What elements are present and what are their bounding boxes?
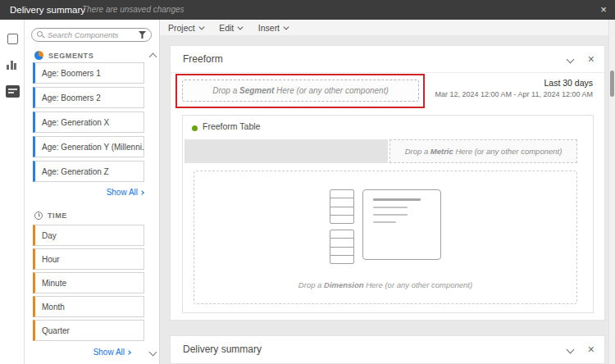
drop-text-keyword: Dimension: [324, 280, 364, 289]
segment-drop-zone[interactable]: Drop a Segment Here (or any other compon…: [182, 80, 419, 102]
segment-item[interactable]: Age: Generation X: [33, 111, 144, 133]
bar-chart-icon: [7, 60, 18, 70]
segment-item-label: Age: Generation Z: [42, 167, 109, 176]
segment-item-label: Age: Generation Y (Millenni...: [42, 143, 144, 152]
left-rail: [0, 20, 25, 364]
segment-item[interactable]: Age: Boomers 1: [33, 62, 144, 84]
scrollbar-thumb[interactable]: [610, 71, 614, 97]
collapse-chevron-icon[interactable]: [567, 56, 575, 64]
scroll-up-icon[interactable]: [149, 53, 157, 61]
time-item[interactable]: Month: [33, 296, 144, 317]
drop-text-post: Here (or any other component): [274, 86, 389, 95]
chevron-down-icon: [238, 25, 243, 30]
delivery-summary-panel: Delivery summary ×: [170, 335, 605, 364]
close-icon[interactable]: ×: [588, 46, 594, 73]
segment-item-label: Age: Boomers 2: [42, 93, 101, 102]
date-range-selector[interactable]: Last 30 days Mar 12, 2024 12:00 AM - Apr…: [435, 78, 593, 98]
table-rows-icon: [330, 189, 354, 264]
drop-text-pre: Drop a: [298, 280, 324, 289]
segment-drop-text: Drop a Segment Here (or any other compon…: [212, 86, 389, 95]
segments-icon: [34, 51, 43, 60]
show-all-label: Show All: [107, 188, 138, 197]
components-rail-button[interactable]: [0, 80, 25, 102]
freeform-panel: Freeform × Drop a Segment Here (or any o…: [170, 45, 605, 321]
collapse-chevron-icon[interactable]: [567, 346, 575, 354]
close-icon[interactable]: ×: [588, 336, 594, 363]
segments-section-header: SEGMENTS: [34, 51, 93, 60]
freeform-panel-header: Freeform ×: [171, 46, 604, 73]
project-title: Delivery summary: [10, 0, 85, 20]
drop-text-post: Here (or any other component): [453, 147, 563, 156]
components-panel: SEGMENTS Age: Boomers 1 Age: Boomers 2 A…: [25, 20, 160, 364]
segment-item[interactable]: Age: Generation Y (Millenni...: [33, 136, 144, 157]
panels-icon: [7, 34, 18, 44]
dimension-drop-text: Drop a Dimension Here (or any other comp…: [298, 280, 472, 289]
top-bar: Delivery summary There are unsaved chang…: [0, 0, 615, 20]
time-item-label: Minute: [42, 279, 66, 288]
document-lines-icon: [362, 189, 441, 260]
panels-rail-button[interactable]: [0, 28, 25, 49]
menu-insert-label: Insert: [258, 23, 280, 33]
close-icon[interactable]: ×: [597, 0, 610, 20]
segments-section-label: SEGMENTS: [48, 52, 93, 60]
freeform-table-title: Freeform Table: [203, 121, 260, 131]
drop-text-post: Here (or any other component): [364, 280, 473, 289]
unsaved-changes-notice: There are unsaved changes: [82, 0, 184, 20]
time-item-label: Day: [42, 231, 57, 240]
time-section-label: TIME: [48, 212, 67, 220]
drop-text-pre: Drop a: [212, 86, 239, 95]
empty-table-illustration: [330, 189, 441, 264]
freeform-table-visualization: Freeform Table Drop a Metric Here (or an…: [182, 115, 594, 313]
time-item-label: Month: [42, 303, 65, 312]
clock-icon: [34, 212, 43, 220]
time-item-label: Quarter: [42, 326, 70, 335]
segment-item[interactable]: Age: Generation Z: [33, 161, 144, 182]
dimension-drop-zone[interactable]: Drop a Dimension Here (or any other comp…: [194, 171, 577, 304]
scroll-down-icon[interactable]: [149, 348, 157, 357]
drop-text-keyword: Metric: [430, 147, 453, 156]
chevron-right-icon: [139, 190, 144, 195]
chevron-down-icon: [198, 25, 203, 30]
time-item[interactable]: Hour: [33, 248, 144, 270]
project-canvas: Freeform × Drop a Segment Here (or any o…: [160, 35, 608, 364]
delivery-panel-header: Delivery summary ×: [171, 336, 604, 363]
time-section-header: TIME: [34, 212, 67, 220]
visualizations-rail-button[interactable]: [0, 54, 25, 75]
search-input[interactable]: [48, 30, 135, 39]
components-icon: [6, 85, 20, 98]
vertical-scrollbar[interactable]: [608, 20, 615, 364]
chevron-right-icon: [126, 350, 131, 355]
date-range-value: Mar 12, 2024 12:00 AM - Apr 11, 2024 12:…: [435, 90, 593, 98]
segment-item-label: Age: Generation X: [42, 118, 109, 127]
menu-edit-label: Edit: [219, 23, 234, 33]
date-range-label: Last 30 days: [435, 78, 593, 88]
menu-bar: Project Edit Insert: [160, 20, 608, 35]
table-corner-cell: [184, 139, 388, 163]
chevron-down-icon: [284, 25, 289, 30]
workspace-screen: Delivery summary There are unsaved chang…: [0, 0, 615, 364]
segments-show-all-link[interactable]: Show All: [107, 188, 144, 197]
menu-edit[interactable]: Edit: [219, 23, 242, 33]
time-item-label: Hour: [42, 255, 60, 264]
menu-insert[interactable]: Insert: [258, 23, 288, 33]
metric-drop-zone[interactable]: Drop a Metric Here (or any other compone…: [390, 139, 577, 163]
time-item[interactable]: Minute: [33, 272, 144, 293]
time-show-all-link[interactable]: Show All: [93, 348, 130, 357]
filter-icon[interactable]: [139, 31, 146, 39]
show-all-label: Show All: [93, 348, 125, 357]
search-icon: [37, 31, 44, 39]
time-item[interactable]: Quarter: [33, 320, 144, 341]
menu-project-label: Project: [168, 23, 195, 33]
freeform-panel-title: Freeform: [183, 46, 223, 73]
drop-text-pre: Drop a: [405, 147, 430, 156]
menu-project[interactable]: Project: [168, 23, 203, 33]
metric-drop-text: Drop a Metric Here (or any other compone…: [405, 147, 563, 156]
drop-text-keyword: Segment: [239, 86, 274, 95]
visualization-status-dot: [192, 125, 198, 131]
time-item[interactable]: Day: [33, 225, 144, 246]
segment-item-label: Age: Boomers 1: [42, 69, 101, 78]
delivery-panel-title: Delivery summary: [183, 336, 262, 363]
component-search-box: [31, 28, 152, 42]
segment-item[interactable]: Age: Boomers 2: [33, 87, 144, 108]
